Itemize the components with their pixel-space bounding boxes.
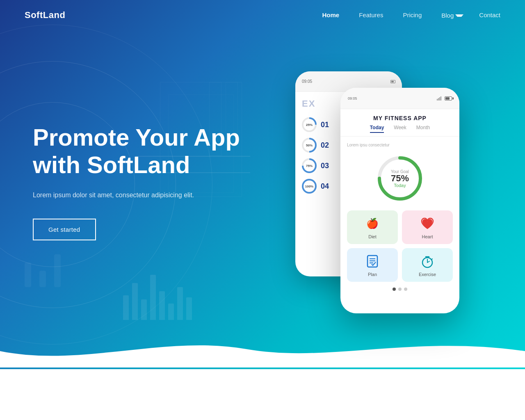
plan-svg xyxy=(365,254,380,269)
phone-back-time: 09:05 xyxy=(302,79,312,84)
progress-circle-75: 75% xyxy=(302,158,317,173)
diet-icon: 🍎 xyxy=(364,215,381,232)
exercise-icon xyxy=(419,253,436,269)
phone-app-title: MY FITNESS APP xyxy=(348,115,452,121)
phone-dots xyxy=(347,288,453,295)
brand-logo[interactable]: SoftLand xyxy=(25,10,65,21)
dot-1[interactable] xyxy=(393,288,396,291)
app-icon-exercise[interactable]: Exercise xyxy=(402,248,453,282)
stopwatch-svg xyxy=(420,254,435,269)
svg-line-15 xyxy=(431,259,432,260)
progress-circle-25: 25% xyxy=(302,117,317,132)
hero-left: Promote Your App with SoftLand Lorem ips… xyxy=(33,124,275,240)
plan-icon xyxy=(364,253,381,269)
heart-icon xyxy=(419,215,436,232)
nav-item-pricing[interactable]: Pricing xyxy=(403,11,422,19)
signal-icon xyxy=(437,96,443,100)
dot-2[interactable] xyxy=(398,288,402,291)
wave-container xyxy=(0,326,525,369)
svg-rect-0 xyxy=(437,99,438,100)
diet-label: Diet xyxy=(368,234,377,239)
navbar: SoftLand Home Features Pricing Blog Cont… xyxy=(0,0,525,30)
battery-icon xyxy=(445,96,452,100)
phone-tabs: Today Week Month xyxy=(348,125,452,133)
goal-text: Your Goal 75% Today xyxy=(391,169,409,188)
exercise-label: Exercise xyxy=(419,272,436,277)
phone-tab-week[interactable]: Week xyxy=(394,125,406,133)
nav-item-features[interactable]: Features xyxy=(359,11,383,19)
dot-3[interactable] xyxy=(404,288,407,291)
phone-front-time: 09:05 xyxy=(348,96,357,100)
goal-container: Your Goal 75% Today xyxy=(347,154,453,203)
app-icon-diet[interactable]: 🍎 Diet xyxy=(347,210,398,244)
chevron-down-icon xyxy=(455,14,459,16)
hero-section: SoftLand Home Features Pricing Blog Cont… xyxy=(0,0,525,369)
nav-link-pricing[interactable]: Pricing xyxy=(403,11,422,18)
goal-circle: Your Goal 75% Today xyxy=(375,154,425,203)
nav-item-contact[interactable]: Contact xyxy=(479,11,500,19)
phone-app-header: MY FITNESS APP Today Week Month xyxy=(340,109,459,137)
nav-link-blog[interactable]: Blog xyxy=(441,12,459,19)
app-icon-heart[interactable]: Heart xyxy=(402,210,453,244)
phone-front: 09:05 MY FITNESS APP xyxy=(340,88,459,313)
get-started-button[interactable]: Get started xyxy=(33,219,96,240)
svg-rect-1 xyxy=(438,98,439,100)
app-icons-grid: 🍎 Diet Heart xyxy=(347,210,453,282)
svg-rect-3 xyxy=(441,96,441,100)
plan-label: Plan xyxy=(368,272,377,277)
nav-link-features[interactable]: Features xyxy=(359,11,383,18)
phone-body: Lorem ipsu consectetur Your Goal 75% xyxy=(340,137,459,301)
phone-front-status-icons xyxy=(437,96,452,100)
phone-lorem: Lorem ipsu consectetur xyxy=(347,142,453,148)
nav-item-blog[interactable]: Blog xyxy=(441,12,459,19)
hero-phones: 09:05 EX 25% xyxy=(275,63,492,301)
nav-link-contact[interactable]: Contact xyxy=(479,11,500,18)
progress-circle-100: 100% xyxy=(302,179,317,194)
app-icon-plan[interactable]: Plan xyxy=(347,248,398,282)
hero-title: Promote Your App with SoftLand xyxy=(33,124,250,178)
hero-content: Promote Your App with SoftLand Lorem ips… xyxy=(0,30,525,326)
phone-tab-month[interactable]: Month xyxy=(416,125,430,133)
below-hero xyxy=(0,369,525,420)
progress-circle-50: 50% xyxy=(302,138,317,153)
phone-front-notch: 09:05 xyxy=(340,88,459,109)
nav-link-home[interactable]: Home xyxy=(322,11,340,18)
nav-item-home[interactable]: Home xyxy=(322,11,340,19)
heart-label: Heart xyxy=(422,234,433,239)
phone-tab-today[interactable]: Today xyxy=(370,125,384,133)
goal-today: Today xyxy=(391,183,409,188)
wave-svg xyxy=(0,326,525,368)
goal-percent: 75% xyxy=(391,174,409,183)
hero-subtitle: Lorem ipsum dolor sit amet, consectetur … xyxy=(33,190,213,201)
svg-rect-2 xyxy=(439,97,440,100)
nav-links: Home Features Pricing Blog Contact xyxy=(322,11,500,19)
heart-svg xyxy=(420,216,435,231)
